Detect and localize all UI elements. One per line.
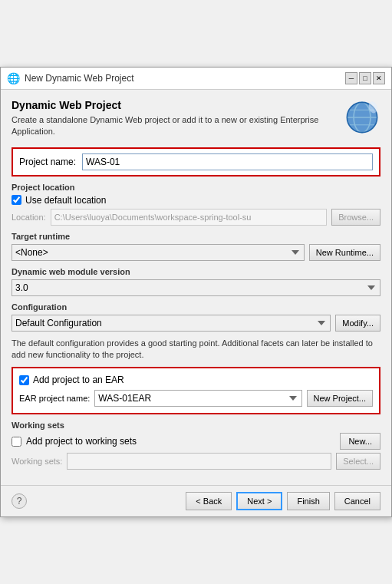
add-to-working-sets-label: Add project to working sets — [26, 436, 137, 447]
use-default-location-row: Use default location — [12, 195, 380, 206]
working-sets-dropdown — [67, 453, 331, 470]
next-button[interactable]: Next > — [236, 492, 282, 510]
window-title: New Dynamic Web Project — [25, 73, 341, 84]
browse-button[interactable]: Browse... — [331, 209, 380, 226]
ear-membership-section: Add project to an EAR EAR project name: … — [12, 367, 380, 414]
use-default-location-label: Use default location — [25, 195, 106, 206]
project-location-section: Project location Use default location Lo… — [12, 183, 380, 226]
working-sets-field-label: Working sets: — [12, 457, 62, 466]
dynamic-web-module-dropdown[interactable]: 3.0 — [12, 279, 380, 296]
minimize-button[interactable]: ─ — [345, 72, 357, 84]
modify-button[interactable]: Modify... — [335, 315, 380, 332]
add-to-ear-row: Add project to an EAR — [19, 374, 373, 385]
use-default-location-checkbox[interactable] — [12, 195, 21, 205]
project-name-label: Project name: — [19, 157, 76, 167]
configuration-section: Configuration Default Configuration Modi… — [12, 302, 380, 332]
location-input — [51, 209, 327, 226]
target-runtime-dropdown[interactable]: <None> — [12, 244, 305, 261]
configuration-dropdown[interactable]: Default Configuration — [12, 315, 331, 332]
working-sets-section: Working sets Add project to working sets… — [12, 421, 380, 470]
dynamic-web-module-section: Dynamic web module version 3.0 — [12, 267, 380, 296]
ear-project-name-label: EAR project name: — [19, 394, 90, 403]
title-bar: 🌐 New Dynamic Web Project ─ □ ✕ — [1, 68, 391, 90]
configuration-label: Configuration — [12, 302, 380, 312]
project-location-label: Project location — [12, 183, 380, 192]
close-button[interactable]: ✕ — [373, 72, 385, 84]
add-to-ear-label: Add project to an EAR — [33, 374, 124, 385]
dynamic-web-module-label: Dynamic web module version — [12, 267, 380, 276]
dialog-footer: ? < Back Next > Finish Cancel — [1, 485, 391, 516]
cancel-button[interactable]: Cancel — [334, 492, 380, 510]
ear-project-name-row: EAR project name: WAS-01EAR New Project.… — [19, 390, 373, 407]
dialog-title: Dynamic Web Project — [12, 99, 338, 111]
new-runtime-button[interactable]: New Runtime... — [309, 244, 380, 261]
dialog-window: 🌐 New Dynamic Web Project ─ □ ✕ Dynamic … — [0, 67, 392, 518]
target-runtime-section: Target runtime <None> New Runtime... — [12, 232, 380, 261]
window-icon: 🌐 — [7, 72, 20, 84]
ear-project-name-dropdown[interactable]: WAS-01EAR — [94, 390, 301, 407]
config-info-text: The default configuration provides a goo… — [12, 338, 380, 361]
target-runtime-row: <None> New Runtime... — [12, 244, 380, 261]
back-button[interactable]: < Back — [186, 492, 232, 510]
dynamic-web-module-row: 3.0 — [12, 279, 380, 296]
add-to-working-sets-checkbox[interactable] — [12, 437, 21, 447]
working-sets-row: Working sets: Select... — [12, 453, 380, 470]
dialog-description: Create a standalone Dynamic Web project … — [12, 114, 338, 138]
project-name-row: Project name: — [19, 153, 373, 170]
location-label: Location: — [12, 213, 46, 222]
add-to-ear-checkbox[interactable] — [19, 375, 29, 385]
project-name-input[interactable] — [82, 153, 373, 170]
header-text: Dynamic Web Project Create a standalone … — [12, 99, 338, 138]
window-controls: ─ □ ✕ — [345, 72, 385, 84]
dialog-icon — [344, 99, 380, 136]
working-sets-new-button[interactable]: New... — [340, 433, 380, 450]
project-name-section: Project name: — [12, 147, 380, 177]
new-project-button[interactable]: New Project... — [307, 390, 373, 407]
working-sets-label: Working sets — [12, 421, 380, 430]
finish-button[interactable]: Finish — [287, 492, 329, 510]
location-row: Location: Browse... — [12, 209, 380, 226]
add-to-working-sets-row: Add project to working sets New... — [12, 433, 380, 450]
target-runtime-label: Target runtime — [12, 232, 380, 241]
configuration-row: Default Configuration Modify... — [12, 315, 380, 332]
help-button[interactable]: ? — [12, 493, 27, 509]
working-sets-select-button[interactable]: Select... — [336, 453, 380, 470]
header-section: Dynamic Web Project Create a standalone … — [12, 99, 380, 138]
maximize-button[interactable]: □ — [359, 72, 371, 84]
dialog-content: Dynamic Web Project Create a standalone … — [1, 90, 391, 486]
